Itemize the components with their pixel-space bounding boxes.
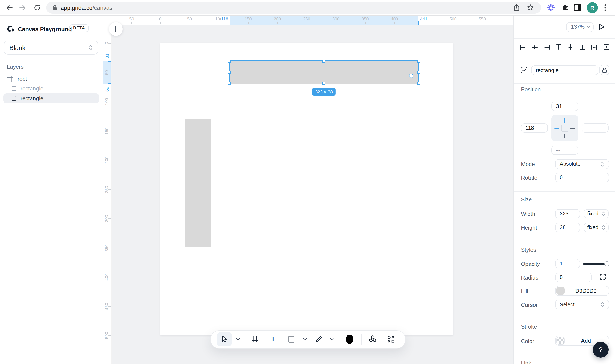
selection-resize-handle[interactable] xyxy=(228,71,231,74)
position-right-input[interactable]: -- xyxy=(581,123,608,133)
fill-swatch[interactable] xyxy=(556,287,564,295)
transparent-swatch[interactable] xyxy=(556,337,564,345)
site-lock-icon[interactable] xyxy=(52,5,57,11)
extension-burst-icon[interactable] xyxy=(547,4,555,12)
cursor-tool-button[interactable] xyxy=(217,332,232,346)
rectangle-node[interactable] xyxy=(185,119,211,247)
rotate-input[interactable]: 0 xyxy=(555,173,609,182)
visibility-checkbox[interactable] xyxy=(521,67,527,73)
text-tool-button[interactable]: T xyxy=(271,335,275,343)
selection-resize-handle[interactable] xyxy=(417,60,420,63)
cursor-tool-dropdown[interactable] xyxy=(236,338,240,340)
browser-back-icon[interactable] xyxy=(6,4,13,11)
corner-radius-button[interactable] xyxy=(600,273,606,280)
layer-row-rectangle-1[interactable]: rectangle xyxy=(0,83,103,93)
opacity-slider-handle[interactable] xyxy=(604,261,609,266)
brush-color-button[interactable] xyxy=(345,334,354,344)
position-top-input[interactable]: 31 xyxy=(551,102,578,111)
cursor-select[interactable]: Select... xyxy=(555,299,609,309)
height-input[interactable]: 38 xyxy=(555,223,580,232)
bottom-toolbar: T xyxy=(210,330,405,348)
distribute-vertical-button[interactable] xyxy=(603,44,609,50)
v-ruler-tick xyxy=(108,131,111,131)
anchor-top-tick[interactable] xyxy=(564,118,565,123)
rotate-label: Rotate xyxy=(521,175,537,181)
rectangle-tool-dropdown[interactable] xyxy=(303,338,307,340)
pencil-tool-dropdown[interactable] xyxy=(330,338,334,340)
bookmark-star-icon[interactable] xyxy=(527,4,534,11)
selection-resize-handle[interactable] xyxy=(417,82,420,85)
play-button[interactable] xyxy=(598,23,605,31)
beta-badge: BETA xyxy=(69,24,89,32)
width-unit-select[interactable]: fixed xyxy=(584,209,609,219)
anchor-left-tick[interactable] xyxy=(554,128,559,129)
share-icon[interactable] xyxy=(514,4,520,11)
browser-chrome: app.grida.co/canvas R xyxy=(0,0,615,16)
help-button[interactable]: ? xyxy=(593,342,609,358)
frame-tool-button[interactable] xyxy=(252,336,258,342)
browser-forward-icon[interactable] xyxy=(19,4,26,11)
inspector-divider xyxy=(514,56,615,56)
left-sidebar: Canvas Playground BETA Blank Layers root… xyxy=(0,15,103,364)
mode-select[interactable]: Absolute xyxy=(555,159,609,169)
lock-button[interactable] xyxy=(599,65,609,75)
add-node-button[interactable] xyxy=(109,22,123,36)
radius-input[interactable]: 0 xyxy=(555,273,592,282)
width-input[interactable]: 323 xyxy=(555,209,580,219)
align-bottom-button[interactable] xyxy=(579,44,586,50)
v-ruler-tick xyxy=(108,72,111,73)
anchor-center-box[interactable] xyxy=(561,125,568,132)
selection-resize-handle[interactable] xyxy=(322,82,325,85)
align-vertical-center-button[interactable] xyxy=(567,44,574,50)
rectangle-tool-button[interactable] xyxy=(289,336,294,343)
distribute-horizontal-button[interactable] xyxy=(591,44,598,50)
selection-resize-handle[interactable] xyxy=(322,60,325,63)
selected-rectangle-node[interactable] xyxy=(229,61,419,83)
position-left-input[interactable]: 118 xyxy=(521,123,548,133)
selection-resize-handle[interactable] xyxy=(228,60,231,63)
toolbar-divider xyxy=(361,334,362,345)
height-unit-select[interactable]: fixed xyxy=(584,223,609,232)
h-ruler-label: 350 xyxy=(362,17,369,21)
anchor-bottom-tick[interactable] xyxy=(564,134,565,138)
align-horizontal-center-button[interactable] xyxy=(532,44,538,50)
node-name-input[interactable]: rectangle xyxy=(531,65,598,75)
toggle-sidebar-icon[interactable] xyxy=(573,4,581,11)
align-right-button[interactable] xyxy=(544,44,550,50)
extensions-puzzle-icon[interactable] xyxy=(561,4,569,12)
document-select[interactable]: Blank xyxy=(4,40,98,55)
h-ruler-tick xyxy=(277,22,278,24)
frame-icon xyxy=(252,336,258,342)
corner-radius-handle[interactable] xyxy=(409,74,413,78)
openai-assistant-button[interactable] xyxy=(369,335,377,343)
opacity-input[interactable]: 1 xyxy=(555,259,580,268)
layer-row-root[interactable]: root xyxy=(0,73,103,84)
position-bottom-input[interactable]: -- xyxy=(551,145,578,155)
v-ruler-tick xyxy=(108,160,111,160)
width-label: Width xyxy=(521,211,535,217)
opacity-label: Opacity xyxy=(521,261,540,267)
grida-logo-icon xyxy=(7,25,14,33)
address-bar[interactable]: app.grida.co/canvas xyxy=(46,2,541,14)
browser-menu-icon[interactable] xyxy=(604,4,606,11)
v-ruler-tick xyxy=(108,248,111,248)
opacity-slider[interactable] xyxy=(583,261,609,266)
selection-resize-handle[interactable] xyxy=(417,71,420,74)
browser-reload-icon[interactable] xyxy=(34,4,41,11)
fill-field[interactable]: D9D9D9 xyxy=(555,286,609,296)
h-ruler-label: 150 xyxy=(244,17,252,21)
layer-row-rectangle-2-selected[interactable]: rectangle xyxy=(3,93,99,103)
height-label: Height xyxy=(521,224,537,231)
chevron-down-icon xyxy=(303,338,307,340)
cursor-icon xyxy=(221,336,228,343)
selection-resize-handle[interactable] xyxy=(228,82,231,85)
align-top-button[interactable] xyxy=(555,44,562,50)
profile-avatar[interactable]: R xyxy=(587,2,598,13)
position-anchor-widget[interactable] xyxy=(551,115,578,141)
pencil-tool-button[interactable] xyxy=(315,336,322,343)
v-ruler-tick xyxy=(108,219,111,219)
zoom-select[interactable]: 137% xyxy=(566,22,594,32)
playground-shapes-button[interactable] xyxy=(387,336,395,343)
align-left-button[interactable] xyxy=(520,44,526,50)
anchor-right-tick[interactable] xyxy=(570,128,575,129)
